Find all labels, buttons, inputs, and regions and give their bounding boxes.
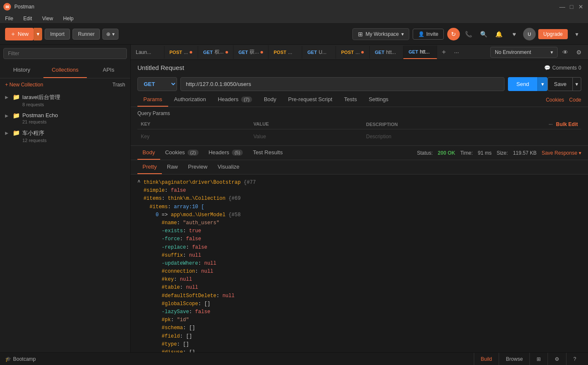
tab-item-active[interactable]: GET htt... xyxy=(403,46,437,59)
upgrade-button[interactable]: Upgrade xyxy=(538,29,568,39)
method-select[interactable]: GET POST PUT DELETE PATCH xyxy=(137,77,177,91)
bulk-edit-button[interactable]: Bulk Edit xyxy=(556,121,578,127)
search-input[interactable] xyxy=(3,48,127,59)
tab-method: POST xyxy=(169,50,182,55)
history-icon[interactable]: 📞 xyxy=(462,28,475,40)
api-network-button[interactable]: ⊕ ▾ xyxy=(102,29,118,40)
help-icon[interactable]: ? xyxy=(566,353,583,365)
menu-view[interactable]: View xyxy=(40,15,55,22)
browse-tab[interactable]: Browse xyxy=(499,353,529,365)
tab-apis[interactable]: APIs xyxy=(87,62,130,78)
req-tab-tests[interactable]: Tests xyxy=(338,93,362,107)
resp-tab-cookies[interactable]: Cookies (2) xyxy=(160,146,204,160)
status-label: Status: xyxy=(417,150,432,156)
response-status: Status: 200 OK Time: 91 ms Size: 119.57 … xyxy=(417,150,581,156)
code-line: #disuse: [] xyxy=(137,349,581,352)
description-input[interactable] xyxy=(363,131,582,142)
workspace-label: My Workspace xyxy=(365,31,399,37)
more-tabs-button[interactable]: ··· xyxy=(451,46,462,59)
view-tab-visualize[interactable]: Visualize xyxy=(212,160,244,174)
trash-button[interactable]: Trash xyxy=(113,82,125,88)
heart-icon[interactable]: ♥ xyxy=(508,28,521,40)
tab-item[interactable]: GET U... xyxy=(302,46,336,59)
add-tab-button[interactable]: ＋ xyxy=(437,45,451,60)
chevron-right-icon: ▶ xyxy=(5,95,8,99)
tab-history[interactable]: History xyxy=(0,62,43,78)
list-item[interactable]: ▶ 📁 laravel后台管理 8 requests xyxy=(0,91,130,110)
list-item[interactable]: ▶ 📁 Postman Echo 21 requests xyxy=(0,110,130,127)
comments-button[interactable]: 💬 Comments 0 xyxy=(544,65,581,71)
sync-icon[interactable]: ↻ xyxy=(447,28,460,40)
workspace-selector[interactable]: ⊞ My Workspace ▾ xyxy=(352,28,409,40)
search-icon[interactable]: 🔍 xyxy=(478,28,490,40)
key-input[interactable] xyxy=(137,131,250,142)
req-tab-params[interactable]: Params xyxy=(137,93,168,107)
close-button[interactable]: ✕ xyxy=(577,3,585,11)
menu-file[interactable]: File xyxy=(3,15,15,22)
environment-dropdown[interactable]: No Environment ▾ xyxy=(490,47,558,58)
toolbar-right: ↻ 📞 🔍 🔔 ♥ U Upgrade ▾ xyxy=(447,28,583,40)
tab-item[interactable]: POST ... xyxy=(268,46,302,59)
view-tab-pretty[interactable]: Pretty xyxy=(137,160,162,174)
avatar[interactable]: U xyxy=(523,28,536,40)
code-link[interactable]: Code xyxy=(569,97,581,103)
new-button[interactable]: ＋ New xyxy=(5,28,34,40)
req-tab-headers[interactable]: Headers (7) xyxy=(212,93,258,107)
new-collection-button[interactable]: + New Collection xyxy=(5,82,43,88)
comment-icon: 💬 xyxy=(544,65,550,71)
menu-edit[interactable]: Edit xyxy=(21,15,34,22)
tab-launcher[interactable]: Laun... xyxy=(131,46,164,59)
maximize-button[interactable]: □ xyxy=(568,3,575,11)
code-line: #simple: false xyxy=(137,187,581,195)
req-tab-pre-request[interactable]: Pre-request Script xyxy=(282,93,338,107)
tab-item[interactable]: POST ... xyxy=(164,46,198,59)
bootcamp-button[interactable]: 🎓 Bootcamp xyxy=(5,356,36,362)
tab-collections[interactable]: Collections xyxy=(43,62,87,78)
send-button[interactable]: Send xyxy=(508,77,537,91)
import-button[interactable]: Import xyxy=(45,29,70,40)
more-params-button[interactable]: ··· xyxy=(549,122,553,127)
req-tab-authorization[interactable]: Authorization xyxy=(168,93,212,107)
resp-tab-headers[interactable]: Headers (5) xyxy=(204,146,248,160)
response-view-tabs: Pretty Raw Preview Visualize xyxy=(131,160,588,174)
resp-tab-body[interactable]: Body xyxy=(137,146,160,160)
request-nav-right: Cookies Code xyxy=(546,97,581,103)
tab-item[interactable]: GET 权... xyxy=(198,45,234,59)
minimize-button[interactable]: — xyxy=(558,3,566,11)
eye-icon[interactable]: 👁 xyxy=(559,46,571,58)
new-button-arrow[interactable]: ▾ xyxy=(34,28,42,40)
invite-button[interactable]: 👤 Invite xyxy=(413,29,444,40)
send-dropdown-arrow[interactable]: ▾ xyxy=(537,77,548,91)
params-title: Query Params xyxy=(137,110,581,116)
list-item[interactable]: ▶ 📁 车小程序 12 requests xyxy=(0,127,130,145)
tab-item[interactable]: GET htt... xyxy=(370,46,403,59)
bootcamp-icon: 🎓 xyxy=(5,356,11,362)
folder-icon: 📁 xyxy=(13,129,20,136)
menu-help[interactable]: Help xyxy=(62,15,75,22)
tab-method: GET xyxy=(239,50,248,55)
build-tab[interactable]: Build xyxy=(474,353,499,365)
settings-bottom-icon[interactable]: ⚙ xyxy=(548,353,566,365)
req-tab-body[interactable]: Body xyxy=(258,93,282,107)
view-tab-raw[interactable]: Raw xyxy=(162,160,183,174)
resp-tab-test-results[interactable]: Test Results xyxy=(248,146,288,160)
layout-icon-button[interactable]: ⊞ xyxy=(529,353,548,365)
upgrade-arrow-icon[interactable]: ▾ xyxy=(570,28,583,40)
save-response-button[interactable]: Save Response ▾ xyxy=(542,150,581,156)
view-tab-preview[interactable]: Preview xyxy=(183,160,212,174)
req-tab-settings[interactable]: Settings xyxy=(363,93,395,107)
save-dropdown-arrow[interactable]: ▾ xyxy=(573,77,581,91)
settings-icon[interactable]: ⚙ xyxy=(573,46,585,58)
url-input[interactable] xyxy=(180,77,505,91)
notification-icon[interactable]: 🔔 xyxy=(493,28,505,40)
cookies-link[interactable]: Cookies xyxy=(546,97,564,103)
runner-button[interactable]: Runner xyxy=(72,29,100,40)
save-button[interactable]: Save xyxy=(548,77,573,91)
collection-name: laravel后台管理 xyxy=(22,94,60,101)
tab-item[interactable]: GET 获... xyxy=(234,45,269,59)
collection-name: Postman Echo xyxy=(22,112,58,118)
tab-item[interactable]: POST ... xyxy=(336,46,370,59)
code-line: -exists: true xyxy=(137,227,581,235)
collections-list: ▶ 📁 laravel后台管理 8 requests ▶ 📁 Postman E… xyxy=(0,91,130,145)
value-input[interactable] xyxy=(250,131,362,142)
